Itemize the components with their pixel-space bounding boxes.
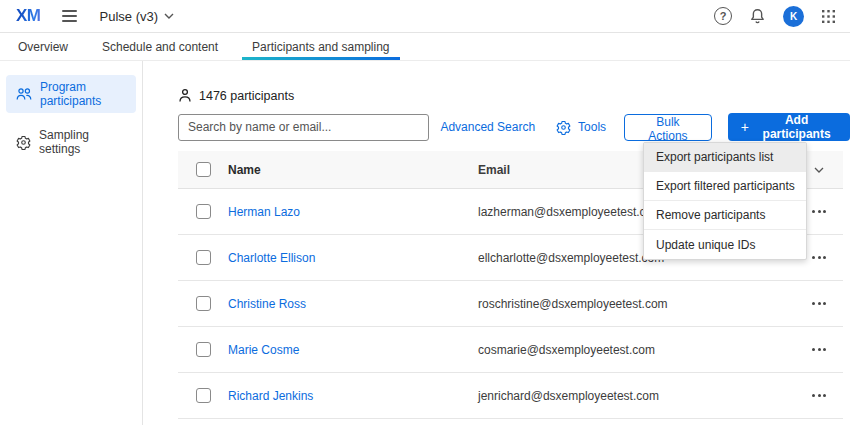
table-row: Christine Ross roschristine@dsxemployeet… (178, 281, 843, 327)
avatar[interactable]: K (783, 6, 804, 27)
tab-overview[interactable]: Overview (18, 33, 68, 60)
chevron-down-icon (164, 13, 174, 19)
row-checkbox[interactable] (196, 204, 211, 219)
top-bar: XM Pulse (v3) ? K (0, 0, 850, 33)
sidebar-item-program-participants[interactable]: Program participants (6, 75, 136, 113)
participant-name-link[interactable]: Marie Cosme (228, 343, 299, 357)
participants-count: 1476 participants (178, 88, 850, 103)
participant-name-link[interactable]: Christine Ross (228, 297, 306, 311)
tab-schedule-and-content[interactable]: Schedule and content (102, 33, 218, 60)
row-menu-button[interactable] (808, 390, 830, 401)
help-button[interactable]: ? (714, 7, 732, 25)
people-icon (16, 87, 32, 101)
notifications-button[interactable] (749, 8, 766, 25)
sidebar-item-sampling-settings[interactable]: Sampling settings (6, 123, 136, 161)
column-header-name: Name (228, 163, 478, 177)
participant-name-link[interactable]: Richard Jenkins (228, 389, 313, 403)
sidebar-item-label: Program participants (40, 80, 130, 108)
bell-icon (749, 8, 766, 25)
controls-row: Advanced Search Tools Bulk Actions + Add… (178, 113, 850, 141)
participant-name-link[interactable]: Herman Lazo (228, 205, 300, 219)
participant-email: jenrichard@dsxemployeetest.com (478, 389, 795, 403)
menu-item-export-filtered-participants[interactable]: Export filtered participants (644, 172, 806, 201)
row-checkbox[interactable] (196, 296, 211, 311)
plus-icon: + (741, 119, 749, 135)
advanced-search-link[interactable]: Advanced Search (440, 120, 535, 134)
sidebar: Program participants Sampling settings (0, 61, 143, 425)
bulk-actions-menu: Export participants list Export filtered… (643, 142, 807, 260)
program-name-label: Pulse (v3) (100, 9, 159, 24)
row-menu-button[interactable] (808, 344, 830, 355)
row-menu-button[interactable] (808, 298, 830, 309)
gear-icon (556, 120, 571, 135)
row-checkbox[interactable] (196, 250, 211, 265)
participant-name-link[interactable]: Charlotte Ellison (228, 251, 315, 265)
app-launcher-button[interactable] (821, 9, 836, 24)
menu-item-remove-participants[interactable]: Remove participants (644, 201, 806, 230)
menu-item-export-participants-list[interactable]: Export participants list (644, 143, 806, 172)
hamburger-menu-icon[interactable] (59, 7, 80, 25)
row-checkbox[interactable] (196, 342, 211, 357)
add-participants-label: Add participants (756, 113, 837, 141)
tools-button[interactable]: Tools (556, 120, 606, 135)
participants-count-label: 1476 participants (199, 89, 294, 103)
search-input[interactable] (178, 114, 429, 141)
table-row: Marie Cosme cosmarie@dsxemployeetest.com (178, 327, 843, 373)
help-icon: ? (714, 7, 732, 25)
xm-logo: XM (16, 6, 41, 26)
participant-email: cosmarie@dsxemployeetest.com (478, 343, 795, 357)
row-checkbox[interactable] (196, 388, 211, 403)
add-participants-button[interactable]: + Add participants (728, 113, 850, 141)
person-icon (178, 88, 192, 103)
select-all-checkbox[interactable] (196, 162, 211, 177)
participant-email: roschristine@dsxemployeetest.com (478, 297, 795, 311)
program-switcher[interactable]: Pulse (v3) (100, 9, 175, 24)
tab-participants-and-sampling[interactable]: Participants and sampling (252, 33, 389, 60)
row-menu-button[interactable] (808, 252, 830, 263)
row-menu-button[interactable] (808, 206, 830, 217)
menu-item-update-unique-ids[interactable]: Update unique IDs (644, 230, 806, 259)
tools-label: Tools (578, 120, 606, 134)
sidebar-item-label: Sampling settings (39, 128, 130, 156)
table-row: Richard Jenkins jenrichard@dsxemployeete… (178, 373, 843, 419)
grid-icon (821, 9, 836, 24)
bulk-actions-button[interactable]: Bulk Actions (624, 114, 712, 141)
gear-icon (16, 135, 31, 150)
chevron-down-icon (814, 167, 824, 173)
tab-bar: Overview Schedule and content Participan… (0, 33, 850, 61)
